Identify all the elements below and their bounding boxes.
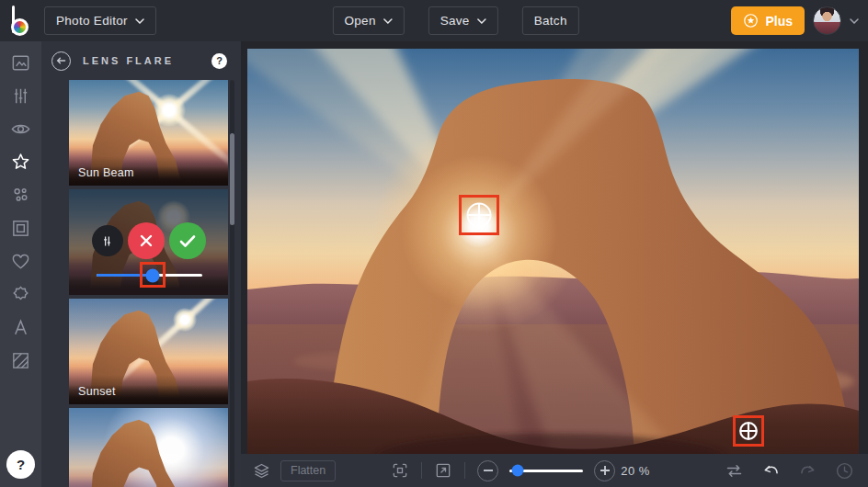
flare-thumb-active[interactable] bbox=[69, 189, 228, 295]
settings-sliders-icon bbox=[100, 234, 114, 248]
overlays-heart-icon[interactable] bbox=[10, 251, 31, 272]
annotation-box-corner-target bbox=[733, 415, 764, 447]
panel-header: LENS FLARE ? bbox=[41, 41, 241, 80]
flare-thumb-partial[interactable] bbox=[69, 408, 228, 487]
divider bbox=[464, 462, 465, 479]
minus-icon bbox=[484, 470, 493, 471]
text-icon[interactable] bbox=[10, 317, 31, 338]
flare-position-crosshair-icon[interactable] bbox=[465, 201, 493, 229]
save-label: Save bbox=[440, 14, 470, 28]
plus-icon bbox=[600, 466, 610, 475]
arrow-left-icon bbox=[56, 56, 66, 65]
zoom-slider-thumb[interactable] bbox=[512, 465, 524, 477]
logo-color-wheel bbox=[11, 18, 29, 36]
close-icon bbox=[139, 233, 154, 248]
zoom-in-button[interactable] bbox=[594, 460, 615, 481]
zoom-level: 20 % bbox=[621, 464, 650, 478]
panel-scrollbar-thumb[interactable] bbox=[230, 133, 234, 225]
flare-thumbnail-list: Sun Beam bbox=[69, 80, 228, 487]
photo-editor-app: Photo Editor Open Save Batch Plus bbox=[0, 0, 868, 487]
chevron-down-icon bbox=[477, 18, 486, 24]
adjust-sliders-icon[interactable] bbox=[10, 85, 31, 107]
chevron-down-icon bbox=[135, 18, 144, 24]
topbar: Photo Editor Open Save Batch Plus bbox=[0, 0, 868, 41]
zoom-out-button[interactable] bbox=[477, 460, 498, 481]
photo-scene bbox=[247, 49, 859, 454]
open-label: Open bbox=[344, 14, 375, 28]
fit-to-screen-icon[interactable] bbox=[391, 461, 409, 480]
panel-scrollbar[interactable] bbox=[230, 80, 234, 487]
photo-delicate-arch[interactable] bbox=[247, 49, 859, 454]
account-chevron-down-icon[interactable] bbox=[850, 18, 859, 24]
annotation-box-flare-target bbox=[459, 195, 499, 235]
canvas-toolbar: Flatten 20 % bbox=[241, 454, 868, 487]
lens-flare-panel: LENS FLARE ? Sun Beam bbox=[41, 41, 241, 487]
plus-upgrade-button[interactable]: Plus bbox=[731, 6, 805, 35]
batch-button[interactable]: Batch bbox=[522, 6, 579, 35]
flare-thumb-sunset[interactable]: Sunset bbox=[69, 299, 228, 404]
edit-photo-icon[interactable] bbox=[10, 52, 31, 74]
graphics-badge-icon[interactable] bbox=[10, 284, 31, 305]
effects-star-icon[interactable] bbox=[10, 152, 31, 173]
annotation-box-slider-thumb bbox=[140, 262, 166, 288]
apply-flare-button[interactable] bbox=[169, 222, 206, 259]
flatten-button[interactable]: Flatten bbox=[280, 460, 336, 481]
batch-label: Batch bbox=[534, 14, 567, 28]
flare-edit-controls bbox=[69, 222, 228, 259]
fullscreen-preview-icon[interactable] bbox=[434, 461, 452, 480]
frames-icon[interactable] bbox=[10, 218, 31, 239]
zoom-slider[interactable] bbox=[509, 470, 583, 472]
help-button[interactable]: ? bbox=[6, 450, 35, 479]
avatar[interactable] bbox=[813, 6, 841, 35]
cancel-flare-button[interactable] bbox=[128, 222, 165, 259]
flare-thumb-sun-beam[interactable]: Sun Beam bbox=[69, 80, 228, 186]
flare-settings-button[interactable] bbox=[92, 225, 123, 256]
plus-label: Plus bbox=[765, 14, 793, 28]
file-actions: Open Save Batch bbox=[332, 6, 578, 35]
artsy-icon[interactable] bbox=[10, 185, 31, 206]
panel-help-button[interactable]: ? bbox=[211, 53, 227, 69]
chevron-down-icon bbox=[383, 18, 393, 24]
befunky-logo[interactable] bbox=[9, 6, 39, 36]
back-button[interactable] bbox=[51, 51, 71, 71]
thumb-label: Sun Beam bbox=[69, 156, 228, 186]
canvas-area[interactable] bbox=[241, 41, 868, 454]
divider bbox=[421, 462, 422, 479]
compare-toggle-icon[interactable] bbox=[725, 461, 744, 481]
undo-icon[interactable] bbox=[761, 461, 781, 481]
tools-sidebar bbox=[0, 41, 41, 487]
redo-icon[interactable] bbox=[798, 461, 817, 481]
open-button[interactable]: Open bbox=[332, 6, 404, 35]
panel-title: LENS FLARE bbox=[83, 55, 174, 66]
corner-crosshair-icon[interactable] bbox=[738, 421, 759, 441]
textures-icon[interactable] bbox=[10, 350, 31, 371]
panel-help-label: ? bbox=[216, 55, 223, 66]
help-label: ? bbox=[17, 457, 25, 472]
touchup-eye-icon[interactable] bbox=[10, 119, 31, 140]
save-button[interactable]: Save bbox=[428, 6, 498, 35]
layers-icon[interactable] bbox=[252, 461, 271, 481]
checkmark-icon bbox=[179, 234, 196, 248]
app-menu-button[interactable]: Photo Editor bbox=[44, 6, 156, 35]
history-clock-icon[interactable] bbox=[835, 461, 854, 481]
star-circle-icon bbox=[743, 13, 759, 28]
account-area: Plus bbox=[731, 6, 859, 35]
thumb-label: Sunset bbox=[69, 375, 228, 404]
app-menu-label: Photo Editor bbox=[56, 14, 128, 28]
history-controls bbox=[725, 461, 854, 481]
